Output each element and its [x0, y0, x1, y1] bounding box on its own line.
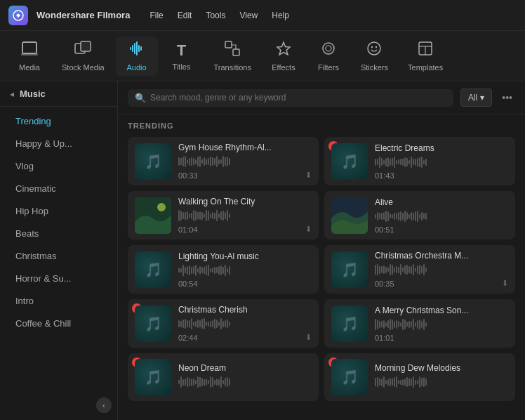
music-title-morning: Morning Dew Melodies	[375, 363, 508, 373]
music-title-christmas-o: Christmas Orchestra M...	[375, 251, 508, 261]
music-note-icon: 🎵	[145, 369, 162, 386]
svg-rect-5	[81, 41, 91, 51]
menu-tools[interactable]: Tools	[200, 8, 231, 23]
sidebar-item-hiphop[interactable]: Hip Hop	[3, 200, 114, 222]
music-card-christmas-o[interactable]: 🎵 Christmas Orchestra M... 00:35 ⬇	[324, 245, 515, 294]
menu-file[interactable]: File	[144, 8, 168, 23]
svg-rect-7	[233, 49, 239, 55]
svg-point-13	[376, 46, 377, 47]
content-area: 🔍 All ▾ ••• TRENDING 🎵 Gym House Rhythm-…	[118, 81, 525, 420]
waveform-lighting	[178, 264, 312, 277]
music-thumbnail-cherish: 🎵	[135, 306, 171, 342]
sidebar-item-christmas[interactable]: Christmas	[3, 245, 114, 267]
music-card-cherish[interactable]: ♥ 🎵 Christmas Cherish 02:44 ⬇	[128, 299, 319, 348]
section-title: TRENDING	[128, 122, 515, 130]
menu-view[interactable]: View	[234, 8, 263, 23]
search-icon: 🔍	[135, 93, 146, 103]
toolbar-effects[interactable]: Effects	[262, 37, 305, 76]
content-header: 🔍 All ▾ •••	[118, 81, 525, 114]
sidebar-item-cinematic[interactable]: Cinematic	[3, 178, 114, 199]
toolbar-titles[interactable]: T Titles	[161, 37, 203, 75]
music-card-merry[interactable]: 🎵 A Merry Christmas Son... 01:01	[324, 299, 515, 348]
waveform-alive	[375, 210, 508, 223]
svg-point-18	[157, 203, 166, 211]
toolbar-effects-label: Effects	[272, 63, 295, 72]
music-card-walking[interactable]: Walking On The City 01:04 ⬇	[128, 191, 319, 239]
sidebar-item-vlog[interactable]: Vlog	[3, 155, 114, 177]
svg-rect-3	[21, 53, 38, 55]
media-icon	[21, 41, 38, 60]
music-duration-christmas-o: 00:35	[375, 280, 394, 288]
sidebar-item-coffee[interactable]: Coffee & Chill	[3, 313, 114, 334]
music-meta-lighting: 00:54	[178, 280, 312, 288]
music-note-icon: 🎵	[145, 315, 162, 332]
music-info-lighting: Lighting You-Al music 00:54	[178, 251, 312, 288]
music-thumbnail-neon: 🎵	[135, 359, 171, 395]
waveform-morning	[375, 376, 508, 388]
music-note-icon: 🎵	[145, 153, 162, 170]
toolbar-stock-label: Stock Media	[62, 63, 105, 72]
music-card-lighting[interactable]: 🎵 Lighting You-Al music 00:54	[128, 245, 319, 294]
music-title-electric: Electric Dreams	[375, 143, 508, 153]
titlebar: Wondershare Filmora File Edit Tools View…	[0, 0, 525, 31]
toolbar-transitions[interactable]: Transitions	[206, 37, 260, 76]
music-duration-gym: 00:33	[178, 171, 198, 180]
search-bar[interactable]: 🔍	[128, 89, 453, 107]
music-info-neon: Neon Dream	[178, 363, 312, 391]
templates-icon	[418, 41, 433, 60]
sidebar-item-beats[interactable]: Beats	[3, 223, 114, 244]
music-card-morning[interactable]: ♥ 🎵 Morning Dew Melodies	[324, 353, 515, 401]
toolbar-filters[interactable]: Filters	[307, 37, 350, 76]
music-duration-merry: 01:01	[375, 334, 394, 342]
toolbar-media[interactable]: Media	[8, 37, 51, 76]
music-note-icon: 🎵	[341, 153, 359, 170]
music-note-icon: 🎵	[341, 369, 359, 386]
svg-rect-1	[22, 42, 36, 53]
music-card-neon[interactable]: ♥ 🎵 Neon Dream	[128, 353, 319, 401]
sidebar-item-horror[interactable]: Horror & Su...	[3, 268, 114, 289]
toolbar-audio[interactable]: Audio	[116, 37, 158, 76]
download-icon-walking[interactable]: ⬇	[305, 225, 312, 234]
waveform-electric	[375, 156, 508, 169]
music-note-icon: 🎵	[145, 261, 162, 278]
menu-edit[interactable]: Edit	[172, 8, 198, 23]
collapse-icon: ◂	[10, 89, 14, 99]
music-card-alive[interactable]: Alive 00:51	[324, 191, 515, 239]
sidebar-item-trending[interactable]: Trending	[3, 110, 114, 132]
toolbar-stickers[interactable]: Stickers	[352, 37, 397, 76]
menu-help[interactable]: Help	[266, 8, 295, 23]
music-meta-electric: 01:43	[375, 171, 508, 180]
more-options-button[interactable]: •••	[499, 89, 515, 106]
music-card-electric[interactable]: ♥ 🎵 Electric Dreams 01:43	[324, 137, 515, 185]
music-info-cherish: Christmas Cherish 02:44 ⬇	[178, 305, 312, 342]
sidebar: ◂ Music Trending Happy & Up... Vlog Cine…	[0, 81, 118, 420]
filters-icon	[321, 41, 336, 60]
music-thumbnail-alive	[331, 197, 368, 234]
music-thumbnail-electric: 🎵	[331, 143, 368, 180]
sidebar-collapse-button[interactable]: ‹	[96, 398, 112, 413]
search-input[interactable]	[150, 93, 446, 103]
toolbar-audio-label: Audio	[126, 63, 146, 72]
music-duration-alive: 00:51	[375, 225, 394, 234]
filter-button[interactable]: All ▾	[460, 88, 492, 107]
music-card-gym[interactable]: 🎵 Gym House Rhythm-Al... 00:33 ⬇	[128, 137, 319, 185]
svg-marker-8	[277, 42, 290, 55]
music-meta-cherish: 02:44 ⬇	[178, 333, 312, 342]
sidebar-item-happy[interactable]: Happy & Up...	[3, 133, 114, 155]
music-info-alive: Alive 00:51	[375, 197, 508, 234]
waveform-merry	[375, 318, 508, 331]
download-icon-cherish[interactable]: ⬇	[305, 333, 312, 342]
sidebar-item-intro[interactable]: Intro	[3, 290, 114, 312]
svg-point-12	[371, 46, 373, 47]
stickers-icon	[366, 41, 382, 60]
music-note-icon: 🎵	[341, 261, 359, 278]
music-title-walking: Walking On The City	[178, 197, 312, 206]
toolbar-templates[interactable]: Templates	[399, 37, 451, 76]
svg-point-10	[326, 46, 331, 51]
waveform-christmas-o	[375, 263, 508, 276]
menu-bar: File Edit Tools View Help	[144, 8, 295, 23]
download-icon-christmas-o[interactable]: ⬇	[502, 279, 508, 288]
toolbar-stock[interactable]: Stock Media	[53, 37, 113, 76]
music-info-gym: Gym House Rhythm-Al... 00:33 ⬇	[178, 143, 312, 180]
download-icon-gym[interactable]: ⬇	[305, 171, 312, 180]
